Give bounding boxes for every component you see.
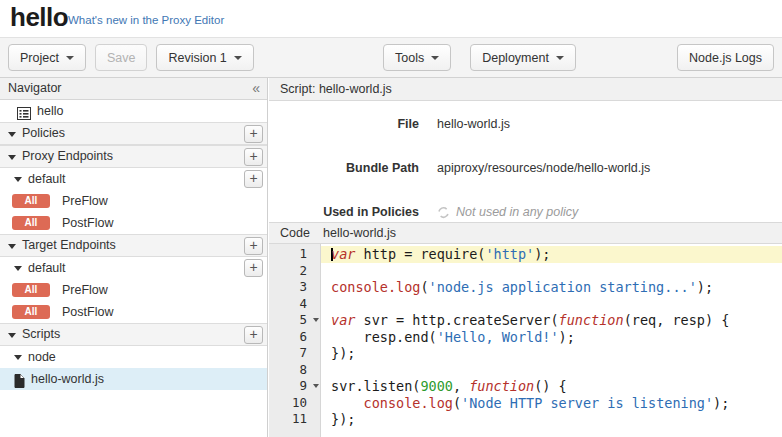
code-line[interactable]: 5var svr = http.createServer(function(re… xyxy=(269,312,782,329)
line-number: 6 xyxy=(299,329,307,346)
code-fold-icon[interactable] xyxy=(313,318,319,322)
field-label: Used in Policies xyxy=(269,205,419,219)
add-button[interactable]: + xyxy=(244,148,263,166)
line-number-cell: 4 xyxy=(269,296,321,313)
navigator-row-target-endpoints[interactable]: Target Endpoints+ xyxy=(0,234,267,257)
line-number: 10 xyxy=(292,395,307,412)
broken-link-icon xyxy=(437,206,450,219)
navigator-row-policies[interactable]: Policies+ xyxy=(0,122,267,145)
chevron-down-icon xyxy=(556,56,564,60)
navigator-header: Navigator « xyxy=(0,78,267,100)
field-value: Not used in any policy xyxy=(437,205,578,219)
tree-leaf-label: hello xyxy=(37,100,63,122)
line-number-cell: 1 xyxy=(269,246,321,263)
tree-expand-icon[interactable] xyxy=(14,266,22,271)
add-button[interactable]: + xyxy=(244,326,263,344)
toolbar-middle-group: Tools Deployment xyxy=(383,44,576,71)
tree-node-label: Proxy Endpoints xyxy=(22,146,113,167)
whats-new-link[interactable]: What's new in the Proxy Editor xyxy=(68,14,224,26)
flow-condition-badge: All xyxy=(12,216,50,230)
toolbar: Project Save Revision 1 Tools Deployment… xyxy=(0,37,782,78)
code-line[interactable]: 3console.log('node.js application starti… xyxy=(269,279,782,296)
navigator-row-proxy-endpoints[interactable]: Proxy Endpoints+ xyxy=(0,145,267,168)
field-value: hello-world.js xyxy=(437,117,510,131)
code-editor-header: Code hello-world.js xyxy=(269,222,782,244)
navigator-row-hello-world-js[interactable]: hello-world.js xyxy=(0,368,267,390)
add-button[interactable]: + xyxy=(244,170,263,188)
code-line[interactable]: 9svr.listen(9000, function() { xyxy=(269,378,782,395)
navigator-row-scripts[interactable]: Scripts+ xyxy=(0,323,267,346)
code-editor[interactable]: 1var http = require('http');23console.lo… xyxy=(269,244,782,437)
navigator-title: Navigator xyxy=(8,81,62,95)
line-number: 9 xyxy=(299,378,307,395)
script-details: Filehello-world.jsBundle Pathapiproxy/re… xyxy=(269,101,782,222)
code-line[interactable]: 7}); xyxy=(269,345,782,362)
navigator-row-hello[interactable]: hello xyxy=(0,100,267,122)
nodejs-logs-label: Node.js Logs xyxy=(689,51,762,65)
code-text[interactable]: }); xyxy=(321,411,782,428)
line-number-cell: 5 xyxy=(269,312,321,329)
navigator-row-node[interactable]: node xyxy=(0,346,267,368)
code-text[interactable] xyxy=(321,263,782,280)
tree-expand-icon[interactable] xyxy=(8,244,16,249)
tree-expand-icon[interactable] xyxy=(14,177,22,182)
code-text[interactable]: svr.listen(9000, function() { xyxy=(321,378,782,395)
line-number: 3 xyxy=(299,279,307,296)
code-fold-icon[interactable] xyxy=(313,384,319,388)
line-number: 5 xyxy=(299,312,307,329)
revision-dropdown[interactable]: Revision 1 xyxy=(156,44,253,71)
nodejs-logs-button[interactable]: Node.js Logs xyxy=(677,44,774,71)
code-line[interactable]: 1var http = require('http'); xyxy=(269,246,782,263)
tree-expand-icon[interactable] xyxy=(14,355,22,360)
tools-dropdown[interactable]: Tools xyxy=(383,44,451,71)
code-line[interactable]: 2 xyxy=(269,263,782,280)
collapse-panel-icon[interactable]: « xyxy=(252,78,260,98)
tree-node-label: Policies xyxy=(22,123,65,144)
navigator-row-postflow[interactable]: AllPostFlow xyxy=(0,301,267,323)
revision-dropdown-label: Revision 1 xyxy=(168,51,226,65)
code-line[interactable]: 11}); xyxy=(269,411,782,428)
code-text[interactable]: }); xyxy=(321,345,782,362)
code-line[interactable]: 8 xyxy=(269,362,782,379)
deployment-dropdown[interactable]: Deployment xyxy=(470,44,576,71)
tree-leaf-label: hello-world.js xyxy=(31,368,104,390)
tree-expand-icon[interactable] xyxy=(8,155,16,160)
code-line[interactable]: 6 resp.end('Hello, World!'); xyxy=(269,329,782,346)
code-line[interactable]: 10 console.log('Node HTTP server is list… xyxy=(269,395,782,412)
line-number-cell: 11 xyxy=(269,411,321,428)
navigator-row-default[interactable]: default+ xyxy=(0,168,267,190)
tree-expand-icon[interactable] xyxy=(8,132,16,137)
navigator-row-preflow[interactable]: AllPreFlow xyxy=(0,190,267,212)
code-text[interactable] xyxy=(321,296,782,313)
navigator-panel: Navigator « helloPolicies+Proxy Endpoint… xyxy=(0,78,268,437)
tree-expand-icon[interactable] xyxy=(8,333,16,338)
save-button-label: Save xyxy=(107,51,136,65)
code-lines: 1var http = require('http');23console.lo… xyxy=(269,246,782,428)
toolbar-left-group: Project Save Revision 1 xyxy=(8,44,254,71)
code-text[interactable]: resp.end('Hello, World!'); xyxy=(321,329,782,346)
code-text[interactable]: console.log('node.js application startin… xyxy=(321,279,782,296)
line-number: 4 xyxy=(299,296,307,313)
deployment-dropdown-label: Deployment xyxy=(482,51,549,65)
project-dropdown[interactable]: Project xyxy=(8,44,86,71)
save-button[interactable]: Save xyxy=(95,44,148,71)
line-number: 2 xyxy=(299,263,307,280)
line-number: 11 xyxy=(292,411,307,428)
field-label: Bundle Path xyxy=(269,161,419,175)
code-text[interactable]: console.log('Node HTTP server is listeni… xyxy=(321,395,782,412)
add-button[interactable]: + xyxy=(244,237,263,255)
code-text[interactable]: var svr = http.createServer(function(req… xyxy=(321,312,782,329)
navigator-row-postflow[interactable]: AllPostFlow xyxy=(0,212,267,234)
add-button[interactable]: + xyxy=(244,125,263,143)
field-label: File xyxy=(269,117,419,131)
code-line[interactable]: 4 xyxy=(269,296,782,313)
project-dropdown-label: Project xyxy=(20,51,59,65)
field-value: apiproxy/resources/node/hello-world.js xyxy=(437,161,650,175)
navigator-row-preflow[interactable]: AllPreFlow xyxy=(0,279,267,301)
code-text[interactable]: var http = require('http'); xyxy=(321,246,782,263)
code-text[interactable] xyxy=(321,362,782,379)
tree-node-label: Scripts xyxy=(22,324,60,345)
navigator-row-default[interactable]: default+ xyxy=(0,257,267,279)
chevron-down-icon xyxy=(66,56,74,60)
add-button[interactable]: + xyxy=(244,259,263,277)
